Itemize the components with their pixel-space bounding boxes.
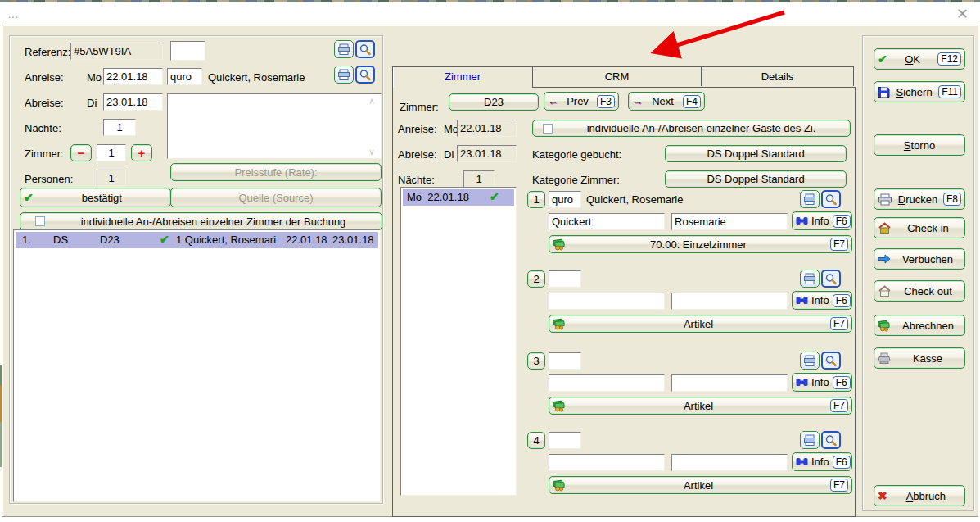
kategorie-zimmer-label: Kategorie Zimmer:: [532, 174, 620, 186]
guest-article-button[interactable]: Artikel F7: [549, 397, 852, 415]
sichern-button[interactable]: Sichern F11: [874, 81, 965, 102]
guest-code-field[interactable]: [549, 270, 581, 288]
preisstufe-button[interactable]: Preisstufe (Rate):: [170, 163, 382, 181]
room-dates-list[interactable]: Mo 22.01.18 ✔: [400, 187, 517, 496]
abrechnen-button[interactable]: Abrechnen: [874, 315, 965, 336]
check-in-button[interactable]: Check in: [874, 217, 965, 238]
guest-number-button[interactable]: 1: [527, 191, 545, 208]
remove-room-button[interactable]: −: [70, 144, 92, 161]
bestaetigt-button[interactable]: ✔ bestätigt: [20, 188, 171, 207]
guest-number-button[interactable]: 3: [527, 352, 545, 370]
zimmer-value-button[interactable]: D23: [449, 93, 539, 111]
tab-details[interactable]: Details: [702, 66, 854, 86]
guest-info-button[interactable]: Info F6: [792, 452, 852, 471]
print-guest-button[interactable]: [800, 270, 820, 288]
print-guest-button[interactable]: [334, 66, 354, 84]
preisstufe-label: Preisstufe (Rate):: [174, 166, 377, 179]
print-booking-button[interactable]: [334, 40, 354, 58]
guest-info-button[interactable]: Info F6: [792, 373, 852, 392]
indiv-anreise-zimmer-toggle[interactable]: individuelle An-/Abreisen einzelner Zimm…: [20, 212, 382, 230]
info-label: Info: [811, 376, 829, 388]
kategorie-zimmer-value: DS Doppel Standard: [669, 173, 842, 185]
guest-info-button[interactable]: Info F6: [792, 211, 852, 230]
guest-code-field[interactable]: [549, 432, 581, 449]
abbruch-button[interactable]: ✖ Abbruch: [874, 485, 965, 506]
guest-number-button[interactable]: 4: [527, 432, 545, 449]
checkbox-icon[interactable]: [543, 124, 553, 134]
guest-number: 2: [533, 273, 539, 285]
naechte-field[interactable]: [463, 170, 495, 188]
money-icon: [553, 238, 567, 251]
notes-field[interactable]: [167, 93, 382, 159]
tab-bar: Zimmer CRM Details: [392, 66, 856, 88]
ok-button[interactable]: ✔ OK F12: [874, 48, 965, 70]
storno-button[interactable]: Storno: [874, 134, 965, 156]
prev-room-button[interactable]: ← Prev F3: [544, 92, 619, 111]
kasse-button[interactable]: Kasse: [874, 347, 965, 369]
abreise-date-field[interactable]: [103, 93, 163, 111]
guest-lastname-field[interactable]: [549, 374, 665, 392]
sichern-label: Sichern: [896, 86, 933, 98]
abreise-date-field[interactable]: [457, 145, 517, 162]
personen-field[interactable]: [97, 170, 126, 187]
guest-firstname-field[interactable]: [671, 213, 788, 230]
kategorie-gebucht-button[interactable]: DS Doppel Standard: [665, 145, 847, 162]
indiv-anreise-gaeste-toggle[interactable]: individuelle An-/Abreisen einzelner Gäst…: [532, 120, 851, 137]
sichern-fkey: F11: [938, 85, 961, 98]
close-icon[interactable]: ✕: [956, 5, 969, 23]
check-out-button[interactable]: Check out: [874, 280, 965, 302]
search-guest-button[interactable]: [821, 270, 841, 288]
info-label: Info: [811, 456, 829, 468]
zimmer-count-field[interactable]: [97, 144, 126, 161]
chevron-down-icon[interactable]: ∨: [368, 148, 380, 156]
search-guest-button[interactable]: [821, 190, 841, 208]
guest-article-button[interactable]: Artikel F7: [549, 476, 852, 494]
kategorie-zimmer-button[interactable]: DS Doppel Standard: [665, 170, 847, 188]
ok-fkey: F12: [937, 52, 961, 66]
row-category: DS: [53, 234, 68, 246]
binoculars-icon: [796, 295, 808, 306]
guest-firstname-field[interactable]: [671, 293, 788, 310]
naechte-field[interactable]: [103, 119, 136, 136]
chevron-up-icon[interactable]: ∧: [368, 97, 380, 105]
search-guest-button[interactable]: [821, 431, 841, 449]
guest-code-field[interactable]: [167, 68, 202, 85]
quelle-button[interactable]: Quelle (Source): [170, 188, 382, 207]
date-item: Mo 22.01.18: [407, 191, 469, 203]
search-booking-button[interactable]: [355, 40, 375, 58]
binoculars-icon: [796, 456, 808, 467]
next-room-button[interactable]: → Next F4: [628, 92, 705, 111]
search-guest-button[interactable]: [355, 66, 375, 84]
guest-article-button[interactable]: 70.00: Einzelzimmer F7: [549, 235, 852, 253]
booking-room-row-selected[interactable]: 1. DS D23 ✔ 1 Quickert, Rosemari 22.01.1…: [16, 232, 378, 248]
info-fkey: F6: [833, 456, 851, 469]
print-guest-button[interactable]: [800, 352, 820, 370]
guest-number-button[interactable]: 2: [527, 270, 545, 288]
search-guest-button[interactable]: [821, 352, 841, 370]
guest-lastname-field[interactable]: [549, 293, 665, 310]
anreise-date-field[interactable]: [103, 68, 163, 85]
referenz-value[interactable]: [70, 43, 163, 60]
guest-info-button[interactable]: Info F6: [792, 291, 852, 310]
guest-article-button[interactable]: Artikel F7: [549, 315, 852, 333]
checkbox-icon[interactable]: [35, 216, 45, 226]
guest-firstname-field[interactable]: [671, 374, 788, 392]
print-guest-button[interactable]: [800, 431, 820, 449]
info-fkey: F6: [833, 376, 851, 389]
guest-code-field[interactable]: [549, 352, 581, 370]
guest-lastname-field[interactable]: [549, 213, 665, 230]
guest-lastname-field[interactable]: [549, 454, 665, 471]
anreise-date-field[interactable]: [457, 120, 517, 137]
booking-rooms-list[interactable]: 1. DS D23 ✔ 1 Quickert, Rosemari 22.01.1…: [13, 229, 381, 502]
guest-firstname-field[interactable]: [671, 454, 788, 471]
drucken-button[interactable]: Drucken F8: [874, 188, 965, 210]
add-room-button[interactable]: +: [131, 144, 152, 161]
guest-code-field[interactable]: [549, 191, 581, 208]
prev-fkey: F3: [597, 95, 615, 108]
room-date-row-selected[interactable]: Mo 22.01.18 ✔: [403, 189, 514, 206]
tab-zimmer[interactable]: Zimmer: [392, 66, 533, 88]
print-guest-button[interactable]: [800, 190, 820, 208]
tab-crm[interactable]: CRM: [533, 66, 702, 86]
referenz-extra-field[interactable]: [170, 41, 205, 61]
verbuchen-button[interactable]: Verbuchen: [874, 248, 965, 270]
